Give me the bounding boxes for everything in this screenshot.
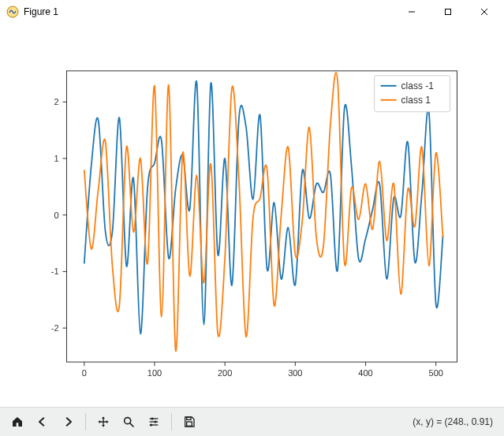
cursor-readout: (x, y) = (248., 0.91): [413, 416, 498, 427]
toolbar-left: [6, 411, 200, 433]
svg-point-41: [150, 423, 152, 426]
svg-rect-43: [187, 422, 192, 426]
plot-area[interactable]: 0100200300400500-2-1012class -1class 1: [0, 24, 504, 407]
back-button[interactable]: [32, 411, 54, 433]
titlebar: Figure 1: [0, 0, 504, 24]
toolbar: (x, y) = (248., 0.91): [0, 407, 504, 436]
svg-text:0: 0: [54, 211, 58, 220]
app-icon: [6, 6, 19, 18]
configure-subplots-button[interactable]: [143, 411, 165, 433]
svg-text:100: 100: [147, 368, 162, 378]
svg-rect-42: [187, 417, 191, 419]
forward-button[interactable]: [57, 411, 79, 433]
svg-text:300: 300: [288, 368, 302, 378]
window-controls: [394, 0, 502, 24]
svg-text:2: 2: [54, 97, 58, 106]
zoom-button[interactable]: [118, 411, 140, 433]
svg-text:-1: -1: [51, 266, 59, 276]
svg-text:class -1: class -1: [401, 80, 435, 91]
toolbar-separator: [171, 413, 172, 430]
maximize-button[interactable]: [430, 0, 466, 24]
svg-text:0: 0: [82, 368, 87, 378]
titlebar-left: Figure 1: [6, 6, 58, 18]
close-button[interactable]: [466, 0, 502, 24]
svg-text:class 1: class 1: [401, 95, 431, 106]
svg-text:1: 1: [54, 154, 58, 163]
svg-text:200: 200: [218, 368, 232, 378]
svg-rect-2: [446, 9, 451, 15]
svg-text:-2: -2: [51, 323, 59, 333]
svg-point-39: [154, 420, 156, 423]
pan-button[interactable]: [92, 411, 114, 433]
svg-text:400: 400: [358, 368, 372, 378]
toolbar-separator: [85, 413, 86, 430]
figure-window: Figure 1 0100200300400500-2-1012class -1…: [0, 0, 504, 436]
minimize-button[interactable]: [394, 0, 430, 24]
window-title: Figure 1: [24, 6, 58, 17]
line-chart: 0100200300400500-2-1012class -1class 1: [0, 24, 504, 407]
save-button[interactable]: [178, 411, 200, 433]
svg-line-35: [130, 423, 133, 427]
svg-point-37: [151, 417, 153, 419]
svg-text:500: 500: [429, 368, 443, 378]
home-button[interactable]: [6, 411, 28, 433]
